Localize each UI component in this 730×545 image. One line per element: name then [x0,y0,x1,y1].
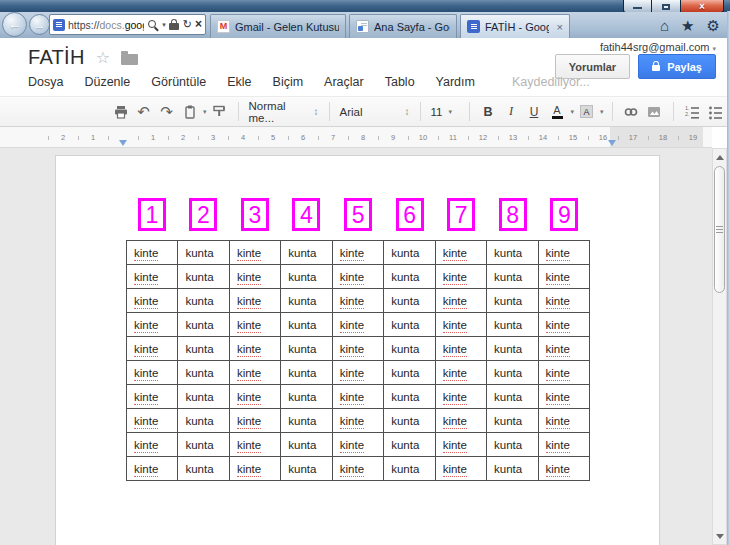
table-cell[interactable]: kinte [332,313,383,337]
menu-tablo[interactable]: Tablo [385,75,415,89]
table-cell[interactable]: kunta [281,385,332,409]
left-indent-marker[interactable] [119,140,127,146]
share-button[interactable]: Paylaş [638,54,716,79]
table-cell[interactable]: kinte [435,313,486,337]
search-icon[interactable] [147,19,159,31]
table-cell[interactable]: kunta [384,385,435,409]
table-cell[interactable]: kinte [229,409,280,433]
address-bar[interactable]: https://docs.google.c... ▾ ↻ × [49,14,206,35]
italic-button[interactable]: I [501,101,522,122]
undo-icon[interactable]: ↶ [133,101,154,122]
table-cell[interactable]: kunta [281,361,332,385]
text-color-caret-icon[interactable]: ▾ [571,108,575,116]
tab-ana-sayfa[interactable]: Ana Sayfa - Google Doküm... [349,14,457,38]
table-cell[interactable]: kinte [435,241,486,265]
scrollbar-thumb[interactable] [714,166,725,293]
table-cell[interactable]: kinte [127,241,178,265]
table-cell[interactable]: kinte [538,361,590,385]
table-cell[interactable]: kinte [435,433,486,457]
table-cell[interactable]: kunta [384,457,435,481]
right-indent-marker[interactable] [608,140,616,146]
column-number-box[interactable]: 7 [447,198,475,231]
table-cell[interactable]: kunta [281,433,332,457]
table-cell[interactable]: kunta [384,433,435,457]
table-cell[interactable]: kinte [229,457,280,481]
forward-button[interactable]: → [29,14,50,35]
table-cell[interactable]: kunta [487,337,538,361]
menu-araclar[interactable]: Araçlar [324,75,364,89]
table-cell[interactable]: kunta [384,241,435,265]
table-cell[interactable]: kinte [538,385,590,409]
table-cell[interactable]: kinte [127,289,178,313]
table-cell[interactable]: kinte [229,313,280,337]
table-cell[interactable]: kunta [487,313,538,337]
menu-dosya[interactable]: Dosya [28,75,63,89]
insert-image-icon[interactable] [644,101,665,122]
stop-icon[interactable]: × [195,19,202,30]
table-cell[interactable]: kunta [281,265,332,289]
table-cell[interactable]: kinte [332,457,383,481]
table-cell[interactable]: kinte [435,265,486,289]
table-cell[interactable]: kinte [332,265,383,289]
column-number-box[interactable]: 4 [292,198,320,231]
table-cell[interactable]: kunta [178,385,229,409]
clipboard-caret-icon[interactable]: ▾ [203,108,207,116]
table-cell[interactable]: kinte [127,409,178,433]
print-icon[interactable] [110,101,131,122]
table-cell[interactable]: kinte [332,241,383,265]
table-cell[interactable]: kinte [538,265,590,289]
table-cell[interactable]: kinte [127,385,178,409]
table-cell[interactable]: kunta [281,289,332,313]
column-number-box[interactable]: 9 [550,198,578,231]
table-cell[interactable]: kinte [229,433,280,457]
table-cell[interactable]: kunta [384,265,435,289]
table-cell[interactable]: kunta [281,313,332,337]
table-cell[interactable]: kunta [487,241,538,265]
table-cell[interactable]: kinte [127,313,178,337]
folder-icon[interactable] [121,54,138,65]
address-dropdown-icon[interactable]: ▾ [162,21,166,29]
table-cell[interactable]: kinte [229,265,280,289]
bulleted-list-icon[interactable] [705,101,726,122]
gear-icon[interactable]: ⚙ [707,17,720,35]
refresh-icon[interactable]: ↻ [183,19,192,30]
table-cell[interactable]: kunta [487,265,538,289]
table-cell[interactable]: kinte [435,457,486,481]
font-selector[interactable]: Arial↕ [338,106,412,118]
table-cell[interactable]: kunta [384,361,435,385]
table-cell[interactable]: kunta [487,361,538,385]
table-cell[interactable]: kinte [332,433,383,457]
table-cell[interactable]: kinte [229,385,280,409]
table-cell[interactable]: kunta [487,385,538,409]
paint-format-icon[interactable] [209,101,230,122]
document-title[interactable]: FATİH [28,46,85,69]
menu-goruntule[interactable]: Görüntüle [151,75,206,89]
column-number-box[interactable]: 1 [138,198,166,231]
table-cell[interactable]: kunta [178,361,229,385]
insert-link-icon[interactable] [621,101,642,122]
table-cell[interactable]: kunta [178,265,229,289]
table-cell[interactable]: kinte [332,409,383,433]
highlight-color-button[interactable]: A [576,101,597,122]
table-cell[interactable]: kinte [538,457,590,481]
table-cell[interactable]: kunta [384,313,435,337]
menu-bicim[interactable]: Biçim [273,75,304,89]
tab-gmail[interactable]: M Gmail - Gelen Kutusu (5) - f... [210,14,346,38]
table-cell[interactable]: kunta [178,433,229,457]
column-number-box[interactable]: 2 [189,198,217,231]
table-cell[interactable]: kinte [332,361,383,385]
table-cell[interactable]: kunta [178,337,229,361]
table-cell[interactable]: kunta [178,409,229,433]
table-cell[interactable]: kunta [487,409,538,433]
table-cell[interactable]: kinte [435,337,486,361]
document-page[interactable]: 123456789 kintekuntakintekuntakintekunta… [55,155,660,545]
table-cell[interactable]: kinte [435,385,486,409]
table-cell[interactable]: kinte [435,289,486,313]
table-cell[interactable]: kinte [538,433,590,457]
table-cell[interactable]: kunta [487,433,538,457]
home-icon[interactable]: ⌂ [660,17,669,35]
menu-yardim[interactable]: Yardım [436,75,475,89]
table-cell[interactable]: kunta [178,289,229,313]
table-cell[interactable]: kunta [178,457,229,481]
vertical-scrollbar[interactable] [712,148,727,545]
